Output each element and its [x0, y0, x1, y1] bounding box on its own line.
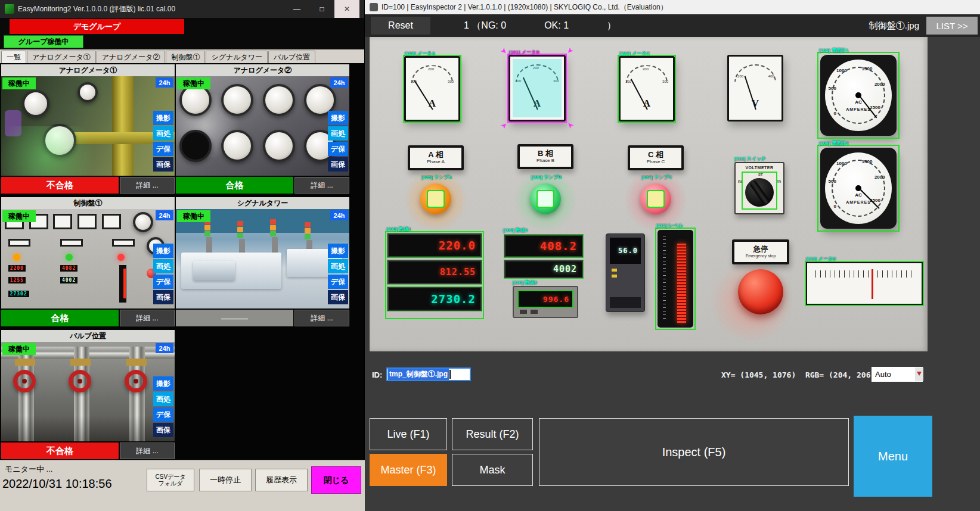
- dropdown-arrow-icon[interactable]: [915, 367, 923, 381]
- easymonitoring-window: EasyMonitoring2 Ver.1.0.0.0 (評価版) lic.01…: [0, 0, 365, 511]
- close-monitor-button[interactable]: 閉じる: [311, 466, 361, 494]
- voltmeter-selector-switch: [112] スイッチ VOLTMETER RS ST TR: [734, 162, 784, 214]
- plate-text-en: Phase A: [427, 160, 445, 165]
- data-save-button[interactable]: デ保: [153, 407, 173, 422]
- digital-meter-stack: [108] 数値1 220.0 812.55 2730.2: [387, 233, 482, 317]
- process-button[interactable]: 画処: [328, 259, 348, 273]
- detail-button[interactable]: 詳細 ...: [120, 177, 175, 194]
- tab-control-panel-1[interactable]: 制御盤①: [166, 51, 205, 63]
- capture-button[interactable]: 撮影: [328, 244, 348, 258]
- process-button[interactable]: 画処: [328, 126, 348, 141]
- detail-button[interactable]: 詳細 ...: [120, 443, 175, 459]
- image-save-button[interactable]: 画保: [328, 157, 348, 172]
- camera-panel-analog-meter-1: アナログメータ① 稼働中 24h 撮影 画処 デ保 画保: [1, 64, 175, 195]
- detail-button[interactable]: 詳細 ...: [294, 177, 349, 194]
- list-button[interactable]: LIST >>: [926, 17, 978, 35]
- camera-footer: 合格 詳細 ...: [1, 310, 175, 326]
- phase-a-plate: A 相 Phase A: [408, 145, 464, 170]
- detection-box: [403, 55, 461, 123]
- app-icon: [5, 4, 14, 14]
- view-tabs: 一覧 アナログメータ① アナログメータ② 制御盤① シグナルタワー バルブ位置: [0, 49, 364, 63]
- datetime-text: 2022/10/31 10:18:56: [2, 477, 112, 491]
- indicator-lamp-b: [106] ランプB: [529, 182, 562, 216]
- live-button[interactable]: Live (F1): [370, 418, 447, 450]
- tab-analog-meter-1[interactable]: アナログメータ①: [27, 51, 96, 63]
- process-button[interactable]: 画処: [153, 126, 173, 141]
- ammeter-phase-a: [100] メータA 100 200 300 A: [404, 56, 460, 121]
- running-badge: 稼働中: [2, 210, 36, 222]
- detail-button[interactable]: 詳細 ...: [120, 310, 175, 326]
- pause-button[interactable]: 一時停止: [199, 469, 252, 491]
- text-cursor: [449, 370, 451, 379]
- process-button[interactable]: 画処: [153, 259, 173, 273]
- plate-text-en: Emergency stop: [746, 254, 776, 258]
- data-save-button[interactable]: デ保: [153, 142, 173, 156]
- tab-list[interactable]: 一覧: [1, 51, 26, 63]
- csv-folder-line2: フォルダ: [159, 480, 183, 487]
- inspect-button[interactable]: Inspect (F5): [539, 418, 849, 486]
- detail-button[interactable]: 詳細 ...: [294, 310, 349, 326]
- edgewise-meter: [113] メータD: [805, 261, 924, 306]
- current-filename: 制御盤①.jpg: [869, 20, 919, 32]
- phase-c-plate: C 相 Phase C: [628, 145, 684, 170]
- image-action-buttons: 撮影 画処 デ保 画保: [153, 376, 173, 437]
- data-save-button[interactable]: デ保: [328, 275, 348, 289]
- menu-button[interactable]: Menu: [854, 416, 932, 497]
- ng-ok-counter: 1 （NG: 0 OK: 1 ）: [464, 20, 616, 32]
- inspection-image[interactable]: [100] メータA 100 200 300 A [101] メータB ➤ ➤ …: [370, 37, 928, 351]
- tab-analog-meter-2[interactable]: アナログメータ②: [97, 51, 166, 63]
- running-badge: 稼働中: [2, 343, 36, 355]
- group-tab-demo[interactable]: デモグループ: [10, 19, 184, 34]
- phase-b-plate: B 相 Phase B: [517, 144, 573, 169]
- indicator-lamp-a: [105] ランプA: [419, 182, 452, 216]
- group-tab-row: デモグループ: [0, 18, 364, 34]
- capture-button[interactable]: 撮影: [153, 244, 173, 258]
- camera-grid: アナログメータ① 稼働中 24h 撮影 画処 デ保 画保: [1, 64, 351, 462]
- result-button[interactable]: Result (F2): [452, 418, 533, 450]
- id-input[interactable]: tmp_制御盤①.jpg: [386, 367, 471, 381]
- history-button[interactable]: 履歴表示: [255, 469, 308, 491]
- close-icon[interactable]: ✕: [334, 0, 359, 18]
- capture-button[interactable]: 撮影: [153, 376, 173, 391]
- tab-valve-position[interactable]: バルブ位置: [268, 51, 315, 63]
- camera-image-control-panel-1: 2200 1255 27302 4082 4002 稼働中 24h 撮影 画処 …: [1, 209, 175, 309]
- maximize-button[interactable]: □: [309, 0, 334, 18]
- camera-panel-valve-position: バルブ位置 稼働中 24h 撮影: [1, 330, 175, 460]
- image-action-buttons: 撮影 画処 デ保 画保: [328, 111, 348, 172]
- running-badge: 稼働中: [177, 210, 210, 222]
- meter-unit: A: [406, 98, 458, 110]
- detection-label: [112] スイッチ: [734, 155, 766, 162]
- reset-button[interactable]: Reset: [371, 17, 430, 35]
- selection-arrow-icon: ➤: [499, 120, 509, 130]
- emergency-stop-plate: 急停 Emergency stop: [732, 239, 789, 264]
- csv-folder-line1: CSVデータ: [155, 473, 185, 481]
- image-save-button[interactable]: 画保: [153, 290, 173, 304]
- detection-box: [618, 55, 676, 123]
- digital-display: 996.6: [519, 291, 572, 307]
- capture-button[interactable]: 撮影: [153, 111, 173, 125]
- meter-unit: V: [729, 98, 781, 110]
- camera-panel-title: 制御盤①: [1, 197, 175, 209]
- minimize-button[interactable]: —: [284, 0, 309, 18]
- lamp-body: [420, 183, 451, 214]
- image-save-button[interactable]: 画保: [153, 157, 173, 172]
- master-button[interactable]: Master (F3): [370, 454, 447, 486]
- temperature-controller: 56.0: [606, 233, 645, 312]
- capture-button[interactable]: 撮影: [328, 111, 348, 125]
- digital-meter-2: [109] 数値2 408.2 4002: [504, 235, 583, 280]
- meter-unit: A: [621, 98, 673, 110]
- detection-label: [102] メータC: [619, 50, 650, 57]
- meter-needle: [872, 269, 873, 299]
- tab-signal-tower[interactable]: シグナルタワー: [206, 51, 268, 63]
- mask-button[interactable]: Mask: [452, 454, 533, 486]
- csv-folder-button[interactable]: CSVデータ フォルダ: [147, 469, 194, 491]
- data-save-button[interactable]: デ保: [153, 275, 173, 289]
- detection-label: [105] ランプA: [421, 174, 452, 180]
- selection-overlay: [513, 59, 562, 117]
- image-save-button[interactable]: 画保: [153, 423, 173, 437]
- gauge-face: 0 500 1000 1500 2000 2500 AC AMPERES: [825, 60, 892, 131]
- data-save-button[interactable]: デ保: [328, 142, 348, 156]
- process-button[interactable]: 画処: [153, 392, 173, 406]
- image-save-button[interactable]: 画保: [328, 290, 348, 304]
- window-title: EasyMonitoring2 Ver.1.0.0.0 (評価版) lic.01…: [18, 4, 175, 14]
